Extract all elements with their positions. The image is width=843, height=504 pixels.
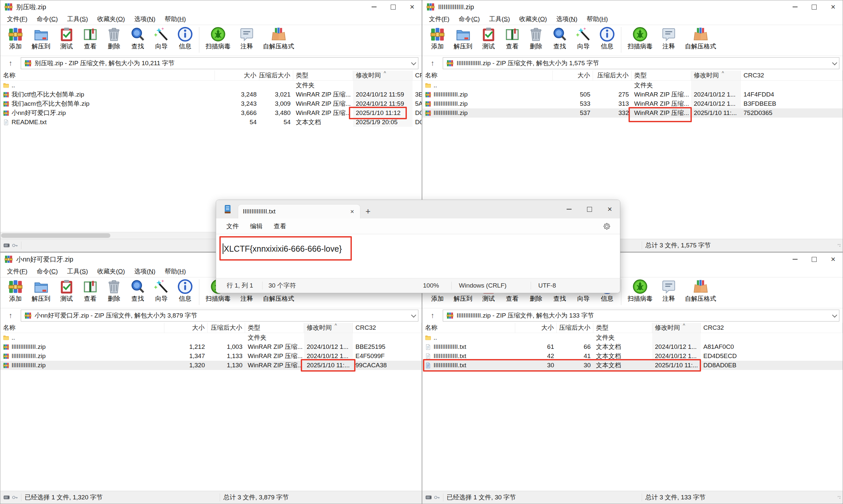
file-row[interactable]: IIIIIIIIIIIIII.zip1,3201,130WinRAR ZIP 压…: [0, 361, 422, 370]
toolbar-button-test[interactable]: 测试: [477, 26, 500, 51]
toolbar-button-add[interactable]: 添加: [4, 278, 28, 304]
file-row[interactable]: ..文件夹: [422, 81, 843, 90]
toolbar-button-find[interactable]: 查找: [548, 26, 572, 51]
column-header-4[interactable]: 修改时间^: [353, 71, 412, 80]
toolbar-button-test[interactable]: 测试: [55, 26, 78, 51]
window-titlebar[interactable]: 别压啦.zip ×: [0, 0, 422, 14]
column-header-4[interactable]: 修改时间^: [691, 71, 741, 80]
column-header-4[interactable]: 修改时间^: [304, 323, 353, 333]
menu-item-F[interactable]: 文件(F): [2, 267, 32, 276]
new-tab-button[interactable]: +: [360, 204, 376, 218]
text-editor-area[interactable]: XLCTF{xnnxixixi6-666-666-love}: [216, 234, 620, 278]
toolbar-button-view[interactable]: 查看: [78, 26, 102, 51]
column-header-0[interactable]: 名称: [0, 323, 164, 333]
file-row[interactable]: IIIIIIIIIIIIII.zip537332WinRAR ZIP 压缩...…: [422, 108, 843, 118]
archive-path-combo[interactable]: IIIIIIIIIIIIII.zip - ZIP 压缩文件, 解包大小为 133…: [443, 310, 839, 322]
column-header-0[interactable]: 名称: [422, 71, 553, 80]
gear-icon[interactable]: [603, 222, 611, 230]
chevron-down-icon[interactable]: [411, 312, 416, 318]
up-one-level-button[interactable]: ↑: [426, 310, 440, 321]
toolbar-button-delete[interactable]: 删除: [524, 26, 548, 51]
file-row[interactable]: 小nn好可爱口牙.zip3,6663,480WinRAR ZIP 压缩...20…: [0, 108, 422, 118]
toolbar-button-add[interactable]: 添加: [426, 26, 449, 51]
toolbar-button-test[interactable]: 测试: [55, 278, 78, 304]
menu-item-F[interactable]: 文件(F): [2, 15, 32, 23]
toolbar-button-extract[interactable]: 解压到: [449, 26, 477, 51]
toolbar-button-extract[interactable]: 解压到: [28, 26, 55, 51]
toolbar-button-find[interactable]: 查找: [126, 26, 149, 51]
menu-item-N[interactable]: 选项(N): [129, 267, 160, 276]
file-row[interactable]: IIIIIIIIIIIIII.zip1,3471,133WinRAR ZIP 压…: [0, 352, 422, 361]
toolbar-button-view[interactable]: 查看: [78, 278, 102, 304]
menu-item-N[interactable]: 选项(N): [129, 15, 160, 23]
archive-path-combo[interactable]: 小nn好可爱口牙.zip - ZIP 压缩文件, 解包大小为 3,879 字节: [21, 310, 418, 322]
column-header-1[interactable]: 大小: [553, 71, 593, 80]
minimize-button[interactable]: [364, 0, 383, 14]
toolbar-button-comment[interactable]: 注释: [235, 26, 258, 51]
menu-item-H[interactable]: 帮助(H): [160, 267, 191, 276]
toolbar-button-sfx[interactable]: 自解压格式: [681, 278, 720, 304]
toolbar-button-scan-virus[interactable]: 扫描病毒: [201, 26, 235, 51]
encoding[interactable]: UTF-8: [531, 282, 577, 289]
column-header-5[interactable]: CRC32: [701, 323, 843, 333]
column-header-5[interactable]: CR: [412, 71, 422, 80]
column-header-5[interactable]: CRC32: [353, 323, 422, 333]
column-header-0[interactable]: 名称: [422, 323, 515, 333]
file-row[interactable]: 我们ctf也不比大创简单.zip3,2483,021WinRAR ZIP 压缩.…: [0, 90, 422, 99]
window-titlebar[interactable]: IIIIIIIIIIIIII.zip ×: [422, 0, 843, 14]
column-header-1[interactable]: 大小: [164, 323, 208, 333]
menu-item-C[interactable]: 命令(C): [454, 15, 484, 23]
file-row[interactable]: IIIIIIIIIIIIII.zip505275WinRAR ZIP 压缩...…: [422, 90, 843, 99]
minimize-button[interactable]: [559, 200, 579, 218]
column-header-5[interactable]: CRC32: [741, 71, 843, 80]
toolbar-button-scan-virus[interactable]: 扫描病毒: [623, 278, 657, 304]
column-header-4[interactable]: 修改时间^: [652, 323, 701, 333]
toolbar-button-comment[interactable]: 注释: [657, 278, 681, 304]
toolbar-button-sfx[interactable]: 自解压格式: [258, 26, 299, 51]
maximize-button[interactable]: [805, 0, 824, 14]
menu-item-F[interactable]: 文件(F): [424, 15, 454, 23]
column-header-3[interactable]: 类型: [293, 71, 353, 80]
column-header-2[interactable]: 压缩后大小: [557, 323, 593, 333]
menu-item-O[interactable]: 收藏夹(O): [515, 15, 552, 23]
scrollbar-thumb[interactable]: [1, 233, 110, 238]
chevron-down-icon[interactable]: [832, 312, 838, 318]
column-header-0[interactable]: 名称: [0, 71, 215, 80]
column-header-2[interactable]: 压缩后大小: [259, 71, 293, 80]
maximize-button[interactable]: [805, 253, 824, 266]
toolbar-button-wizard[interactable]: 向导: [149, 278, 173, 304]
toolbar-button-find[interactable]: 查找: [126, 278, 149, 304]
toolbar-button-info[interactable]: 信息: [173, 26, 197, 51]
file-row[interactable]: README.txt5454文本文档2025/1/9 20:05D0: [0, 118, 422, 127]
resize-grip[interactable]: [837, 495, 841, 500]
toolbar-button-info[interactable]: 信息: [595, 26, 619, 51]
up-one-level-button[interactable]: ↑: [4, 310, 17, 321]
menu-item-N[interactable]: 选项(N): [552, 15, 582, 23]
menu-item-S[interactable]: 工具(S): [62, 15, 93, 23]
column-header-2[interactable]: 压缩后大小: [208, 323, 245, 333]
toolbar-button-delete[interactable]: 删除: [102, 26, 126, 51]
toolbar-button-wizard[interactable]: 向导: [149, 26, 173, 51]
notepad-menu-item-1[interactable]: 编辑: [245, 222, 268, 231]
chevron-down-icon[interactable]: [411, 60, 416, 65]
menu-item-H[interactable]: 帮助(H): [582, 15, 612, 23]
menu-item-S[interactable]: 工具(S): [62, 267, 93, 276]
toolbar-button-comment[interactable]: 注释: [657, 26, 681, 51]
close-button[interactable]: ×: [402, 0, 422, 14]
notepad-menu-item-0[interactable]: 文件: [221, 222, 245, 231]
close-button[interactable]: ×: [824, 0, 843, 14]
file-row[interactable]: IIIIIIIIIIIIII.txt3030文本文档2025/1/10 11:.…: [422, 361, 843, 370]
notepad-tab[interactable]: IIIIIIIIIIIIII.txt ×: [238, 204, 360, 218]
menu-item-C[interactable]: 命令(C): [32, 267, 62, 276]
file-row[interactable]: ..文件夹: [0, 333, 422, 342]
file-row[interactable]: IIIIIIIIIIIIII.txt4241文本文档2024/10/12 1..…: [422, 352, 843, 361]
file-row[interactable]: IIIIIIIIIIIIII.txt6166文本文档2024/10/12 1..…: [422, 342, 843, 352]
chevron-down-icon[interactable]: [832, 60, 838, 65]
file-row[interactable]: IIIIIIIIIIIIII.zip1,2121,003WinRAR ZIP 压…: [0, 342, 422, 352]
toolbar-button-info[interactable]: 信息: [173, 278, 197, 304]
close-button[interactable]: ×: [599, 200, 620, 218]
toolbar-button-scan-virus[interactable]: 扫描病毒: [623, 26, 657, 51]
archive-path-combo[interactable]: IIIIIIIIIIIIII.zip - ZIP 压缩文件, 解包大小为 1,5…: [443, 57, 839, 69]
column-header-1[interactable]: 大小: [515, 323, 557, 333]
notepad-menu-item-2[interactable]: 查看: [268, 222, 292, 231]
